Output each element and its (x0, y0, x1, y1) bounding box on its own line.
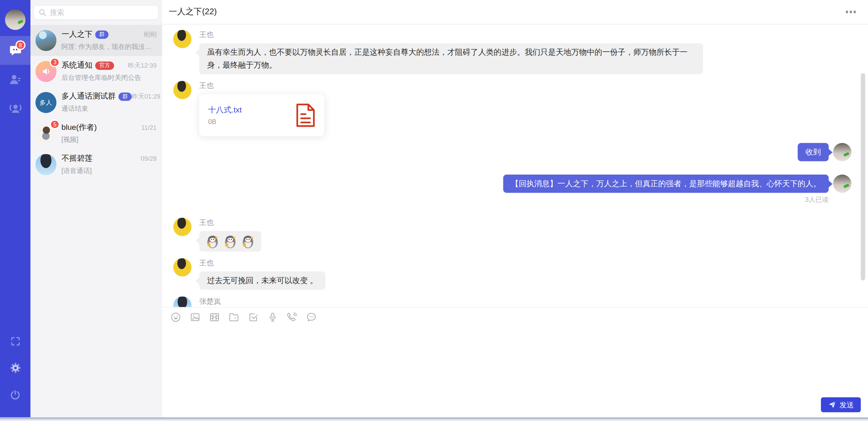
conversation-avatar: 多人 (35, 92, 56, 113)
gear-icon (9, 362, 21, 374)
video-icon (208, 311, 220, 323)
conversation-title: 系统通知 (61, 60, 92, 70)
folder-button[interactable] (227, 311, 240, 323)
conversation-title: 多人通话测试群 (61, 91, 116, 101)
conversation-time: 09/28 (141, 155, 157, 162)
screenshot-check-icon (247, 311, 259, 323)
mic-icon (266, 311, 278, 323)
group-type-badge: 群 (95, 30, 108, 38)
message-text-right-receipt: 【回执消息】一人之下，万人之上，但真正的强者，是那些能够超越自我、心怀天下的人。… (173, 175, 851, 205)
group-avatar-image: 多人 (35, 92, 56, 113)
search-input[interactable] (50, 8, 154, 16)
conversation-item-multicall-group[interactable]: 多人 多人通话测试群 群 昨天01:29 通话结束 (31, 87, 162, 118)
file-size: 0B (208, 118, 296, 126)
avatar-wangye[interactable] (173, 81, 191, 99)
avatar-wangye[interactable] (173, 30, 191, 48)
send-button[interactable]: 发送 (821, 397, 861, 412)
penguin-sticker (206, 234, 219, 249)
sidebar-item-chats[interactable]: 8 (0, 36, 31, 65)
voice-button[interactable] (266, 311, 278, 323)
fullscreen-button[interactable] (9, 335, 21, 348)
image-button[interactable] (189, 311, 201, 323)
conversation-preview: 阿莲: 作为朋友，现在的我没法... (61, 42, 156, 52)
chat-history-icon (305, 311, 317, 323)
message-bubble[interactable]: 收到 (798, 143, 829, 161)
conversation-list-panel: 一人之下 群 刚刚 阿莲: 作为朋友，现在的我没法... (31, 0, 162, 417)
file-doc-icon (296, 103, 316, 127)
file-message-card[interactable]: 十八式.txt 0B (199, 94, 325, 136)
emoji-button[interactable] (169, 311, 182, 323)
conversation-title: blue(作者) (61, 122, 97, 132)
sticker-bubble[interactable] (199, 231, 261, 251)
penguin-sticker (241, 234, 255, 249)
conversation-title: 一人之下 (61, 29, 92, 39)
avatar-wangye[interactable] (173, 258, 191, 277)
emoji-icon (170, 311, 181, 323)
window-bottom-scrollbar[interactable] (0, 417, 868, 421)
message-bubble[interactable]: 【回执消息】一人之下，万人之上，但真正的强者，是那些能够超越自我、心怀天下的人。 (503, 175, 829, 193)
message-bubble[interactable]: 虽有幸生而为人，也不要以万物灵长自居，正是这种妄自尊大的想法，才阻碍了人类的进步… (199, 43, 703, 74)
search-box[interactable] (33, 5, 159, 20)
file-name-link[interactable]: 十八式.txt (208, 105, 296, 115)
paper-plane-icon (828, 401, 836, 409)
sender-name: 王也 (199, 258, 326, 268)
search-icon (38, 8, 47, 16)
sidebar-bottom (9, 335, 21, 417)
groups-icon (8, 101, 22, 115)
chat-header: 一人之下(22) (162, 0, 868, 24)
unread-count-badge: 5 (50, 120, 60, 129)
settings-button[interactable] (9, 362, 21, 374)
avatar-wangye[interactable] (173, 218, 191, 236)
history-button[interactable] (305, 311, 317, 323)
message-input-area[interactable] (162, 325, 868, 417)
message-scrollbar[interactable] (861, 73, 865, 280)
sidebar: 8 (0, 0, 31, 417)
speaker-icon (40, 66, 52, 77)
conversation-item-buyaobilian[interactable]: 不摇碧莲 09/28 [语音通话] (31, 149, 162, 180)
power-icon (10, 389, 21, 400)
conversation-time: 昨天01:29 (132, 92, 160, 101)
composer-toolbar (162, 307, 868, 325)
call-button[interactable] (285, 311, 298, 323)
contacts-icon (8, 72, 22, 86)
user-avatar-image (35, 154, 56, 175)
conversation-item-yirenzhixia[interactable]: 一人之下 群 刚刚 阿莲: 作为朋友，现在的我没法... (31, 25, 162, 56)
message-bubble[interactable]: 过去无可挽回，未来可以改变 。 (199, 271, 326, 290)
user-avatar[interactable] (5, 10, 25, 30)
sender-name: 王也 (199, 81, 325, 91)
conversation-item-system-notice[interactable]: 3 系统通知 官方 昨天12:39 后台管理仓库临时关闭公告 (31, 56, 162, 87)
screenshot-button[interactable] (247, 311, 259, 323)
conversation-time: 刚刚 (144, 30, 157, 38)
video-button[interactable] (208, 311, 220, 323)
conversation-avatar (35, 154, 56, 175)
more-menu-icon[interactable] (843, 8, 858, 15)
avatar-text: 多人 (40, 98, 53, 106)
sender-name: 王也 (199, 30, 703, 40)
message-text-left: 王也 虽有幸生而为人，也不要以万物灵长自居，正是这种妄自尊大的想法，才阻碍了人类… (173, 30, 851, 74)
sender-name: 王也 (199, 218, 261, 228)
avatar-self[interactable] (833, 143, 851, 161)
search-area (31, 0, 162, 25)
sidebar-nav: 8 (0, 36, 31, 122)
conversation-preview: [语音通话] (61, 166, 156, 176)
conversation-avatar: 5 (35, 123, 56, 144)
avatar-zhangchulan[interactable] (173, 296, 191, 307)
call-icon (286, 311, 297, 323)
message-sticker-left: 王也 (173, 218, 851, 251)
group-avatar-image (35, 30, 56, 51)
conversation-preview: 通话结束 (61, 104, 156, 114)
message-text-right: 收到 (173, 143, 851, 161)
unread-total-badge: 8 (16, 40, 25, 50)
avatar-self[interactable] (833, 175, 851, 193)
conversation-avatar (35, 30, 56, 51)
conversation-preview: [视频] (61, 135, 156, 145)
message-list: 王也 虽有幸生而为人，也不要以万物灵长自居，正是这种妄自尊大的想法，才阻碍了人类… (162, 24, 868, 307)
conversation-item-blue[interactable]: 5 blue(作者) 11/21 [视频] (31, 118, 162, 149)
conversation-title: 不摇碧莲 (61, 154, 92, 163)
conversation-time: 昨天12:39 (128, 61, 156, 69)
sidebar-item-groups[interactable] (0, 94, 31, 123)
image-icon (189, 311, 201, 323)
power-button[interactable] (9, 388, 21, 401)
sidebar-item-contacts[interactable] (0, 65, 31, 94)
sender-name: 张楚岚 (199, 296, 640, 306)
